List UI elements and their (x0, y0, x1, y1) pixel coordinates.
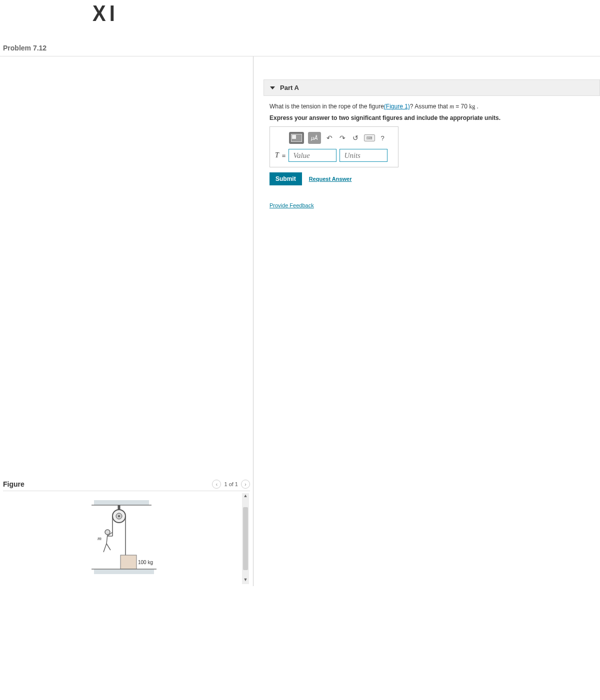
figure-prev-button[interactable]: ‹ (212, 480, 221, 489)
scroll-down-icon[interactable]: ▼ (242, 577, 249, 584)
part-a-title: Part A (280, 84, 299, 91)
help-icon[interactable]: ? (379, 132, 386, 144)
mass-m-label: m (98, 535, 102, 541)
svg-point-11 (105, 530, 110, 535)
svg-line-16 (104, 544, 106, 552)
submit-button[interactable]: Submit (270, 172, 302, 185)
figure-page-text: 1 of 1 (224, 481, 238, 487)
special-chars-button[interactable]: μÅ (308, 132, 321, 144)
reset-icon[interactable]: ↺ (351, 133, 360, 142)
svg-rect-0 (94, 500, 149, 505)
scroll-thumb[interactable] (243, 507, 248, 570)
redo-icon[interactable]: ↷ (338, 133, 347, 142)
main-area: Figure ‹ 1 of 1 › (0, 56, 600, 586)
part-a-header[interactable]: Part A (264, 79, 600, 96)
variable-label: T (275, 151, 279, 159)
right-column: Part A What is the tension in the rope o… (254, 56, 600, 586)
figure-next-button[interactable]: › (241, 480, 250, 489)
template-button[interactable] (289, 132, 304, 144)
question-text: What is the tension in the rope of the f… (270, 103, 594, 110)
equals-sign: = (282, 152, 286, 159)
svg-line-15 (106, 544, 110, 550)
answer-toolbar: μÅ ↶ ↷ ↺ ⌨ ? (275, 132, 393, 144)
figure-scrollbar[interactable]: ▲ ▼ (242, 493, 249, 584)
svg-rect-8 (120, 555, 136, 569)
figure-panel: Figure ‹ 1 of 1 › (0, 478, 253, 586)
figure-title: Figure (3, 480, 24, 488)
answer-input-row: T = (275, 149, 393, 162)
svg-rect-9 (94, 569, 154, 574)
units-input[interactable] (340, 149, 388, 162)
part-a-block: Part A What is the tension in the rope o… (264, 79, 600, 211)
handwritten-mark: X I (92, 1, 114, 26)
value-input[interactable] (288, 149, 336, 162)
figure-header: Figure ‹ 1 of 1 › (3, 478, 250, 491)
part-a-body: What is the tension in the rope of the f… (264, 96, 600, 211)
answer-box: μÅ ↶ ↷ ↺ ⌨ ? T = (270, 126, 398, 167)
svg-point-5 (118, 515, 120, 517)
problem-title: Problem 7.12 (0, 0, 600, 56)
keyboard-icon[interactable]: ⌨ (364, 134, 375, 141)
submit-row: Submit Request Answer (270, 172, 594, 185)
pulley-diagram: 100 kg m (82, 496, 172, 581)
svg-line-12 (106, 535, 108, 544)
provide-feedback-link[interactable]: Provide Feedback (270, 202, 314, 208)
figure-body: 100 kg m ▲ (3, 491, 250, 586)
figure-link[interactable]: (Figure 1) (384, 103, 410, 110)
figure-nav: ‹ 1 of 1 › (212, 480, 250, 489)
left-column: Figure ‹ 1 of 1 › (0, 56, 254, 586)
chevron-down-icon (270, 86, 275, 89)
scroll-up-icon[interactable]: ▲ (242, 493, 249, 500)
answer-instruction: Express your answer to two significant f… (270, 114, 594, 121)
box-mass-label: 100 kg (138, 560, 153, 565)
undo-icon[interactable]: ↶ (325, 133, 334, 142)
request-answer-link[interactable]: Request Answer (309, 176, 352, 182)
